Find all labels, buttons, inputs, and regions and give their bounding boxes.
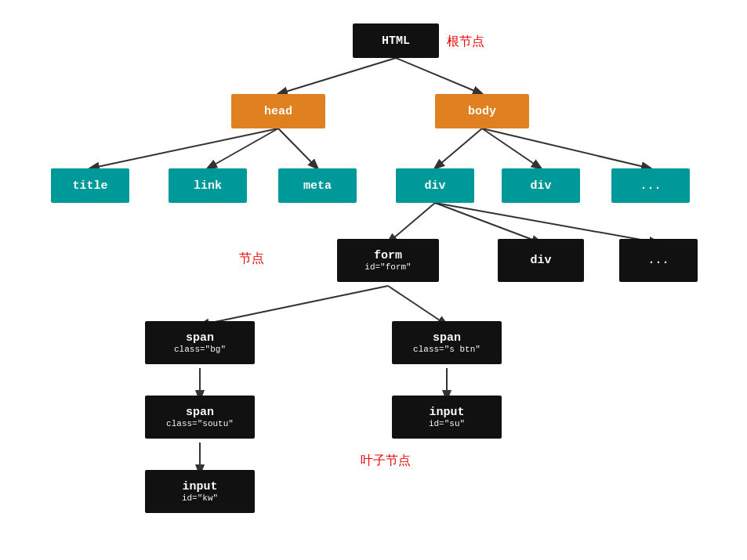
svg-line-11 [200,286,388,325]
svg-line-5 [435,128,482,168]
node-html: HTML [353,23,439,58]
node-form: form id="form" [337,239,439,282]
root-node-label: 根节点 [447,34,484,50]
node-span1: span class="bg" [145,321,255,364]
node-link: link [169,168,247,203]
diagram: HTML head body title link meta div div .… [0,0,747,560]
svg-line-7 [482,128,651,168]
node-div3: div [498,239,584,282]
node-span2: span class="s btn" [392,321,502,364]
node-head: head [231,94,325,128]
svg-line-9 [435,203,541,243]
node-span3: span class="soutu" [145,396,255,439]
svg-line-4 [278,128,317,168]
svg-line-3 [208,128,278,168]
node-input2: input id="su" [392,396,502,439]
svg-line-0 [278,58,396,94]
leaf-node-label: 叶子节点 [361,453,411,469]
node-div2: div [502,168,580,203]
svg-line-10 [435,203,658,243]
svg-line-2 [90,128,278,168]
node-title: title [51,168,129,203]
svg-line-12 [388,286,447,325]
svg-line-1 [396,58,482,94]
node-ellipsis1: ... [611,168,690,203]
node-body: body [435,94,529,128]
node-input1: input id="kw" [145,470,255,513]
node-div1: div [396,168,474,203]
svg-line-6 [482,128,541,168]
node-meta: meta [278,168,357,203]
node-ellipsis2: ... [619,239,698,282]
svg-line-8 [388,203,435,243]
node-label: 节点 [239,251,264,267]
